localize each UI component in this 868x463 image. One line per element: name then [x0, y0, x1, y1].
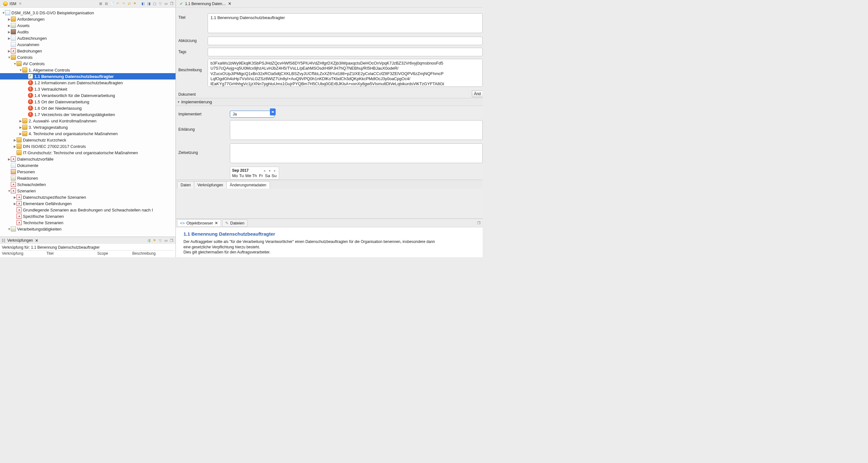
tree-row[interactable]: ▶Datenschutzvorfälle	[0, 156, 176, 162]
besch-input[interactable]: b3FxaWs1bWy9EkqlK3SbPSJHdZQcvHWfS6DY5PIU…	[208, 59, 483, 87]
twist-closed-icon[interactable]: ▶	[13, 145, 17, 148]
impl-select[interactable]: Ja	[230, 111, 274, 118]
cal-nav[interactable]: ◂ ● ▸	[264, 169, 277, 172]
close-icon[interactable]: ✕	[215, 221, 218, 225]
tree-row[interactable]: ▼DSM_ISM_3.0 DS-GVO Beispielorganisation	[0, 9, 176, 16]
tree-row[interactable]: Ausnahmen	[0, 41, 176, 48]
twist-closed-icon[interactable]: ▶	[8, 157, 11, 161]
tree-row[interactable]: ▶Datenschutz Kurzcheck	[0, 137, 176, 143]
tree-row[interactable]: ▶Anforderungen	[0, 16, 176, 22]
maximize-icon[interactable]: ❐	[169, 1, 174, 6]
tab-verknupfungen[interactable]: Verknüpfungen	[194, 181, 227, 189]
box-icon[interactable]: ▢	[152, 1, 157, 6]
tree-row[interactable]: Schwachstellen	[0, 181, 176, 188]
twist-open-icon[interactable]: ▼	[8, 56, 11, 59]
tree-row[interactable]: 1.1 Benennung Datenschutzbeauftragter	[0, 73, 176, 80]
tree-row[interactable]: 1.4 Verantwortlich für die Datenverarbei…	[0, 92, 176, 99]
redo-icon[interactable]: ↷	[121, 1, 126, 6]
tree-row[interactable]: ▼1. Allgemeine Controls	[0, 67, 176, 73]
view-menu-icon[interactable]: ▽	[158, 1, 163, 6]
twist-closed-icon[interactable]: ▶	[19, 126, 22, 129]
view-menu-icon[interactable]: ▽	[158, 238, 163, 243]
twist-closed-icon[interactable]: ▶	[8, 24, 11, 27]
col-beschreibung[interactable]: Beschreibung	[132, 251, 155, 256]
twist-closed-icon[interactable]: ▶	[19, 132, 22, 135]
tree-row[interactable]: 1.7 Verzeichnis der Verarbeitungstätigke…	[0, 111, 176, 118]
sort-icon[interactable]: ⇄	[127, 1, 132, 6]
titel-input[interactable]: 1.1 Benennung Datenschutzbeauftragter	[208, 13, 483, 33]
editor-tab[interactable]: ✔ 1.1 Benennung Daten… ✕	[177, 1, 234, 7]
tab-anderungsmetadaten[interactable]: Änderungsmetadaten	[226, 181, 270, 189]
tree-row[interactable]: 1.6 Ort der Niederlassung	[0, 105, 176, 111]
twist-open-icon[interactable]: ▼	[8, 189, 11, 193]
copy-icon[interactable]: 📄	[110, 1, 115, 6]
tree-row[interactable]: ▶Aufzeichnungen	[0, 35, 176, 41]
tree-row[interactable]: ▶Datenschutzspezifische Szenarien	[0, 194, 176, 200]
tree-row[interactable]: ▼AV Controls	[0, 60, 176, 67]
undo-icon[interactable]: ↶	[115, 1, 120, 6]
twist-closed-icon[interactable]: ▶	[13, 202, 17, 206]
maximize-icon[interactable]: ❐	[169, 238, 174, 243]
tab-objektbrowser[interactable]: <> Objektbrowser ✕	[177, 219, 221, 227]
expand-all-icon[interactable]: ⊞	[98, 1, 103, 6]
tree-row[interactable]: Grundlegende Szenarien aus Bedrohungen u…	[0, 207, 176, 213]
tree-row[interactable]: IT-Grundschutz: Technische und organisat…	[0, 150, 176, 156]
tree-row[interactable]: Spezifische Szenarien	[0, 213, 176, 219]
col-titel[interactable]: Titel	[46, 251, 97, 256]
erkl-input[interactable]	[230, 120, 483, 140]
tab-daten[interactable]: Daten	[177, 181, 194, 189]
twist-closed-icon[interactable]: ▶	[8, 37, 11, 40]
twist-closed-icon[interactable]: ▶	[8, 49, 11, 53]
tree-row[interactable]: ▶2. Auswahl- und Kontrollmaßnahmen	[0, 118, 176, 124]
tree-row[interactable]: ▼Szenarien	[0, 188, 176, 194]
tree-row[interactable]: Reaktionen	[0, 175, 176, 181]
twist-closed-icon[interactable]: ▶	[8, 30, 11, 34]
tree-row[interactable]: ▶Bedrohungen	[0, 48, 176, 54]
twist-closed-icon[interactable]: ▶	[19, 119, 22, 123]
links-tab-label[interactable]: Verknüpfungen	[7, 238, 33, 243]
export-icon[interactable]: ◨	[146, 1, 151, 6]
col-scope[interactable]: Scope	[97, 251, 132, 256]
tree-row[interactable]: ▼Verarbeitungstätigkeiten	[0, 226, 176, 232]
tab-dateien[interactable]: ✎ Dateien	[222, 219, 247, 227]
minimize-icon[interactable]: ▭	[163, 238, 168, 243]
tree-row[interactable]: Technische Szenarien	[0, 219, 176, 226]
tree-row[interactable]: ▶Audits	[0, 29, 176, 35]
ziel-input[interactable]	[230, 144, 483, 163]
link-filter-icon[interactable]: ⚑	[152, 238, 157, 243]
tree-row[interactable]: 1.5 Ort der Datenverarbeitung	[0, 99, 176, 105]
calendar[interactable]: Sep 2017 ◂ ● ▸ MoTuWeThFrSaSu	[230, 166, 279, 180]
twist-open-icon[interactable]: ▼	[13, 62, 17, 65]
col-verknupfung[interactable]: Verknüpfung	[2, 251, 46, 256]
twist-open-icon[interactable]: ▼	[19, 68, 22, 72]
tree-row[interactable]: 1.2 Informationen zum Datenschutzbeauftr…	[0, 80, 176, 86]
minimize-icon[interactable]: ▭	[163, 1, 168, 6]
aend-button[interactable]: Änd	[472, 90, 483, 97]
impl-section-header[interactable]: ▾ Implementierung	[176, 98, 483, 106]
abk-input[interactable]	[208, 37, 483, 45]
close-icon[interactable]: ✕	[35, 238, 38, 243]
tree-row[interactable]: ▶3. Vertragsgestaltung	[0, 124, 176, 130]
filter-icon[interactable]: ⚑	[132, 1, 137, 6]
tree-row[interactable]: ▶4. Technische und organisatorische Maßn…	[0, 130, 176, 137]
twist-closed-icon[interactable]: ▶	[13, 195, 17, 199]
twist-closed-icon[interactable]: ▶	[8, 18, 11, 21]
collapse-all-icon[interactable]: ⊟	[104, 1, 109, 6]
link-tree-icon[interactable]: ⇶	[146, 238, 151, 243]
close-icon[interactable]: ✕	[228, 1, 231, 6]
tags-input[interactable]	[208, 48, 483, 56]
ism-tree[interactable]: ▼DSM_ISM_3.0 DS-GVO Beispielorganisation…	[0, 8, 176, 237]
twist-open-icon[interactable]: ▼	[8, 227, 11, 231]
link-icon[interactable]: ◧	[141, 1, 146, 6]
tree-row[interactable]: ▶Assets	[0, 22, 176, 29]
close-icon[interactable]: ✕	[19, 2, 22, 6]
twist-open-icon[interactable]: ▼	[2, 11, 5, 14]
tree-row[interactable]: 1.3 Vertraulichkeit	[0, 86, 176, 92]
tree-row[interactable]: ▶DIN ISO/IEC 27002:2017 Controls	[0, 143, 176, 150]
tree-row[interactable]: Dokumente	[0, 162, 176, 168]
twist-closed-icon[interactable]: ▶	[13, 138, 17, 142]
maximize-icon[interactable]: ❐	[476, 220, 482, 225]
tree-row[interactable]: ▶Elementare Gefährdungen	[0, 200, 176, 207]
ism-tab[interactable]: ISM ✕	[1, 1, 24, 7]
tree-row[interactable]: ▼Controls	[0, 54, 176, 60]
